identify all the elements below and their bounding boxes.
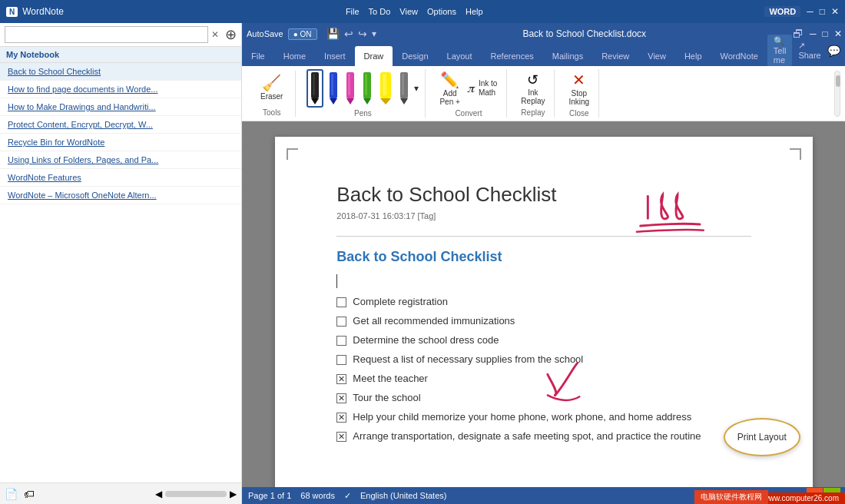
tab-references[interactable]: References — [482, 46, 543, 66]
menu-todo[interactable]: To Do — [369, 7, 391, 16]
nav-next-icon[interactable]: ▶ — [230, 489, 237, 499]
eraser-button[interactable]: 🧹 Eraser — [254, 71, 289, 104]
add-pen-button[interactable]: ✏️ Add Pen + — [436, 69, 462, 108]
minimize-btn[interactable]: ─ — [807, 6, 814, 17]
list-item: Get all recommended immunizations — [336, 315, 751, 327]
tab-home[interactable]: Home — [274, 46, 315, 66]
sidebar-item-1[interactable]: How to find page documents in Worde... — [0, 81, 241, 98]
tell-me-input[interactable]: 🔍 Tell me — [767, 35, 793, 66]
checkbox-7[interactable] — [336, 432, 346, 442]
maximize-btn[interactable]: □ — [820, 6, 825, 17]
page-count: Page 1 of 1 — [248, 491, 291, 500]
tab-review[interactable]: Review — [592, 46, 638, 66]
menu-help[interactable]: Help — [466, 7, 483, 16]
tab-design[interactable]: Design — [393, 46, 437, 66]
tab-file[interactable]: File — [242, 46, 274, 66]
save-icon[interactable]: 💾 — [326, 28, 340, 40]
checkbox-0[interactable] — [336, 297, 346, 307]
tab-layout[interactable]: Layout — [438, 46, 482, 66]
pen-black[interactable] — [307, 69, 323, 108]
customize-icon[interactable]: ▾ — [372, 28, 376, 39]
tab-view[interactable]: View — [638, 46, 675, 66]
svg-rect-14 — [383, 74, 386, 95]
list-item: Meet the teacher — [336, 373, 751, 384]
close-group-label: Close — [569, 109, 589, 118]
tab-wordnote[interactable]: WordNote — [711, 46, 767, 66]
convert-group-label: Convert — [455, 109, 482, 118]
tools-group-label: Tools — [263, 108, 280, 117]
tag-icon[interactable]: 🏷 — [24, 488, 35, 500]
notebook-label: My Notebook — [0, 47, 241, 63]
add-note-icon[interactable]: ⊕ — [225, 26, 237, 43]
cursor-line — [336, 274, 751, 288]
doc-heading: Back to School Checklist — [336, 249, 751, 265]
svg-marker-1 — [311, 98, 319, 104]
svg-rect-2 — [313, 74, 315, 95]
autosave-toggle[interactable]: ● ON — [288, 28, 317, 40]
tab-mailings[interactable]: Mailings — [543, 46, 592, 66]
close-btn[interactable]: ✕ — [831, 6, 839, 17]
checkbox-4[interactable] — [336, 374, 346, 384]
checkbox-2[interactable] — [336, 336, 346, 346]
ink-to-math-button[interactable]: 𝜋 Ink toMath — [465, 78, 500, 99]
sidebar-item-5[interactable]: Using Links of Folders, Pages, and Pa... — [0, 151, 241, 169]
undo-icon[interactable]: ↩ — [344, 28, 353, 40]
sidebar-scroll[interactable] — [165, 491, 227, 497]
menu-file[interactable]: File — [346, 7, 360, 16]
doc-title: Back to School Checklist — [336, 183, 751, 207]
nav-prev-icon[interactable]: ◀ — [155, 489, 162, 499]
svg-rect-17 — [402, 74, 404, 95]
menu-options[interactable]: Options — [427, 7, 456, 16]
word-count: 68 words — [300, 491, 335, 500]
pen-gray[interactable] — [397, 71, 411, 106]
list-item: Request a list of necessary supplies fro… — [336, 353, 751, 365]
pen-yellow[interactable] — [377, 71, 394, 106]
new-page-icon[interactable]: 📄 — [5, 488, 18, 500]
list-item: Arrange transportation, designate a safe… — [336, 430, 751, 442]
menu-view[interactable]: View — [399, 7, 418, 16]
wordnote-icon: N — [6, 7, 18, 17]
document-area: Back to School Checklist 2018-07-31 16:0… — [242, 121, 845, 487]
svg-marker-16 — [400, 98, 408, 104]
pens-more-icon[interactable]: ▾ — [414, 83, 419, 94]
svg-marker-10 — [363, 98, 371, 104]
search-clear-icon[interactable]: ✕ — [211, 29, 219, 40]
language[interactable]: English (United States) — [360, 491, 447, 500]
watermark: www.computer26.com — [757, 492, 845, 504]
pen-green[interactable] — [360, 71, 374, 106]
svg-rect-11 — [365, 74, 367, 95]
checkbox-5[interactable] — [336, 393, 346, 403]
stop-inking-button[interactable]: ✕ Stop Inking — [565, 69, 592, 108]
list-item: Determine the school dress code — [336, 334, 751, 346]
pen-pink[interactable] — [343, 71, 357, 106]
sidebar-item-2[interactable]: How to Make Drawings and Handwriti... — [0, 98, 241, 116]
list-item: Tour the school — [336, 392, 751, 403]
doc-meta: 2018-07-31 16:03:17 [Tag] — [336, 211, 751, 220]
svg-marker-13 — [380, 98, 391, 104]
sidebar-item-6[interactable]: WordNote Features — [0, 169, 241, 187]
tab-help[interactable]: Help — [675, 46, 711, 66]
sidebar-item-0[interactable]: Back to School Checklist — [0, 63, 241, 81]
checklist: Complete registration Get all recommende… — [336, 296, 751, 442]
sidebar-item-7[interactable]: WordNote – Microsoft OneNote Altern... — [0, 187, 241, 204]
word-doc-title: Back to School Checklist.docx — [381, 28, 788, 39]
comments-icon[interactable]: 💬 — [827, 45, 840, 57]
replay-group-label: Replay — [521, 108, 545, 117]
pens-group-label: Pens — [354, 109, 372, 118]
search-input[interactable] — [5, 26, 208, 43]
checkbox-3[interactable] — [336, 355, 346, 365]
sidebar-item-3[interactable]: Protect Content, Encrypt, Decrypt, W... — [0, 116, 241, 134]
print-layout-bubble[interactable]: Print Layout — [724, 418, 800, 456]
svg-marker-4 — [330, 98, 337, 104]
redo-icon[interactable]: ↪ — [358, 28, 367, 40]
share-btn[interactable]: ↗ Share — [798, 41, 820, 60]
sidebar-item-4[interactable]: Recycle Bin for WordNote — [0, 134, 241, 151]
checkbox-1[interactable] — [336, 317, 346, 327]
tab-draw[interactable]: Draw — [355, 46, 393, 66]
ink-replay-button[interactable]: ↺ Ink Replay — [518, 70, 548, 107]
proofing-icon[interactable]: ✓ — [344, 491, 351, 501]
list-item: Help your child memorize your home phone… — [336, 411, 751, 423]
checkbox-6[interactable] — [336, 413, 346, 423]
tab-insert[interactable]: Insert — [315, 46, 355, 66]
pen-blue[interactable] — [326, 71, 340, 106]
